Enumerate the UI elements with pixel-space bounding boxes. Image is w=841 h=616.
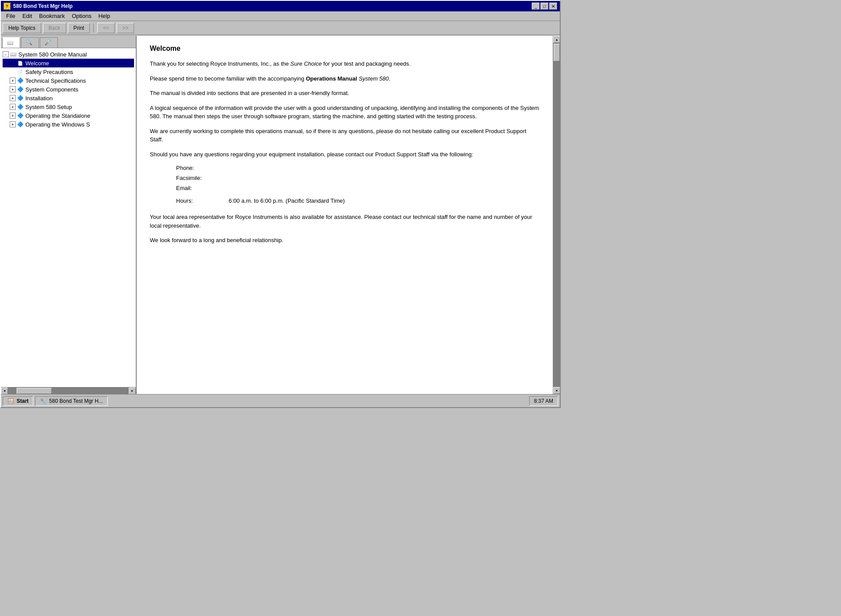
tree-item-components[interactable]: + 🔷 System Components (3, 85, 134, 94)
menu-edit[interactable]: Edit (19, 12, 35, 20)
root-label: System 580 Online Manual (18, 51, 87, 58)
fax-label: Facsimile: (176, 175, 229, 181)
phone-label: Phone: (176, 165, 229, 171)
hscroll-track (8, 387, 129, 394)
windows-label: Operating the Windows S (25, 121, 90, 128)
tab-search[interactable]: 🔎 (40, 37, 58, 48)
tab-contents[interactable]: 📖 (2, 37, 20, 48)
window-title: 580 Bond Test Mgr Help (13, 3, 73, 9)
back-button[interactable]: Back (43, 23, 66, 33)
toolbar: Help Topics Back Print << >> (1, 21, 560, 35)
sidebar-hscroll: ◂ ▸ (1, 387, 136, 394)
welcome-icon: 📄 (17, 60, 24, 67)
content-title: Welcome (150, 45, 540, 53)
installation-icon: 🔷 (17, 95, 24, 102)
title-bar-controls: _ □ ✕ (532, 3, 557, 10)
standalone-icon: 🔷 (17, 112, 24, 119)
close-button[interactable]: ✕ (549, 3, 557, 10)
paragraph-6: Should you have any questions regarding … (150, 150, 540, 159)
tech-expander[interactable]: + (10, 77, 16, 84)
toolbar-separator (93, 24, 94, 32)
tech-icon: 🔷 (17, 77, 24, 84)
hours-value: 6:00 a.m. to 6:00 p.m. (Pacific Standard… (229, 197, 345, 204)
menu-bar: File Edit Bookmark Options Help (1, 11, 560, 21)
scroll-track (553, 43, 560, 387)
contact-hours-row: Hours: 6:00 a.m. to 6:00 p.m. (Pacific S… (176, 197, 540, 204)
tree-item-safety[interactable]: 📄 Safety Precautions (3, 67, 134, 76)
paragraph-5: We are currently working to complete thi… (150, 127, 540, 144)
paragraph-4: A logical sequence of the information wi… (150, 104, 540, 121)
welcome-label: Welcome (25, 60, 49, 67)
tab-index[interactable]: 🔍 (21, 37, 39, 48)
next-button[interactable]: >> (117, 23, 134, 33)
title-bar-left: ? 580 Bond Test Mgr Help (4, 3, 73, 10)
vertical-scrollbar: ▴ ▾ (553, 36, 560, 394)
footer-paragraph: We look forward to a long and beneficial… (150, 236, 540, 245)
paragraph-2: Please spend time to become familiar wit… (150, 74, 540, 83)
setup-label: System 580 Setup (25, 104, 72, 110)
tree-root[interactable]: - 📖 System 580 Online Manual (3, 50, 134, 59)
start-label: Start (17, 398, 28, 404)
maximize-button[interactable]: □ (541, 3, 548, 10)
statusbar: 🪟 Start 🔧 580 Bond Test Mgr H... 8:37 AM (1, 394, 560, 407)
prev-button[interactable]: << (97, 23, 115, 33)
root-icon: 📖 (10, 51, 17, 58)
installation-expander[interactable]: + (10, 95, 16, 101)
tree-item-windows[interactable]: + 🔷 Operating the Windows S (3, 120, 134, 129)
windows-expander[interactable]: + (10, 121, 16, 127)
standalone-label: Operating the Standalone (25, 113, 90, 119)
hscroll-left-button[interactable]: ◂ (1, 387, 8, 394)
menu-file[interactable]: File (3, 12, 19, 20)
setup-expander[interactable]: + (10, 104, 16, 110)
email-label: Email: (176, 185, 229, 191)
contact-table: Phone: Facsimile: Email: Hours: 6:00 a.m… (176, 165, 540, 204)
taskbar-item[interactable]: 🔧 580 Bond Test Mgr H... (35, 396, 108, 406)
tree-item-welcome[interactable]: 📄 Welcome (3, 59, 134, 67)
paragraph-1: Thank you for selecting Royce Instrument… (150, 60, 540, 68)
start-button[interactable]: 🪟 Start (3, 396, 33, 406)
paragraph-3: The manual is divided into sections that… (150, 89, 540, 98)
print-button[interactable]: Print (68, 23, 90, 33)
taskitem-icon: 🔧 (40, 398, 46, 404)
tab-icon-book: 📖 (7, 40, 14, 46)
content-area: Welcome Thank you for selecting Royce In… (137, 36, 560, 394)
scroll-down-button[interactable]: ▾ (553, 387, 560, 394)
scroll-thumb[interactable] (554, 44, 560, 61)
windows-icon: 🔷 (17, 121, 24, 128)
app-icon: ? (4, 3, 11, 10)
scroll-up-button[interactable]: ▴ (553, 36, 560, 43)
title-bar: ? 580 Bond Test Mgr Help _ □ ✕ (1, 1, 560, 11)
content-panel: Welcome Thank you for selecting Royce In… (137, 36, 553, 394)
safety-label: Safety Precautions (25, 69, 73, 75)
components-icon: 🔷 (17, 86, 24, 93)
tree-item-installation[interactable]: + 🔷 Installation (3, 94, 134, 102)
contact-fax-row: Facsimile: (176, 175, 540, 181)
tab-icon-index: 🔍 (26, 39, 32, 46)
components-expander[interactable]: + (10, 86, 16, 92)
standalone-expander[interactable]: + (10, 113, 16, 119)
installation-label: Installation (25, 95, 53, 102)
hscroll-thumb[interactable] (17, 388, 52, 394)
hours-label: Hours: (176, 197, 229, 204)
contact-email-row: Email: (176, 185, 540, 191)
sidebar: 📖 🔍 🔎 - 📖 System 580 Online Manual (1, 36, 137, 394)
help-topics-button[interactable]: Help Topics (3, 23, 41, 33)
safety-icon: 📄 (17, 68, 24, 75)
components-label: System Components (25, 86, 78, 93)
main-area: 📖 🔍 🔎 - 📖 System 580 Online Manual (1, 35, 560, 394)
minimize-button[interactable]: _ (532, 3, 540, 10)
hscroll-right-button[interactable]: ▸ (129, 387, 136, 394)
tree-item-standalone[interactable]: + 🔷 Operating the Standalone (3, 111, 134, 120)
taskitem-label: 580 Bond Test Mgr H... (49, 398, 103, 404)
tree-item-tech[interactable]: + 🔷 Technical Specifications (3, 76, 134, 85)
menu-help[interactable]: Help (95, 12, 114, 20)
menu-bookmark[interactable]: Bookmark (35, 12, 68, 20)
tree-item-setup[interactable]: + 🔷 System 580 Setup (3, 102, 134, 111)
setup-icon: 🔷 (17, 103, 24, 110)
statusbar-time: 8:37 AM (529, 396, 558, 406)
root-expander[interactable]: - (3, 51, 9, 57)
sidebar-tabs: 📖 🔍 🔎 (1, 36, 136, 48)
tab-icon-search: 🔎 (45, 39, 51, 46)
contact-phone-row: Phone: (176, 165, 540, 171)
menu-options[interactable]: Options (68, 12, 95, 20)
